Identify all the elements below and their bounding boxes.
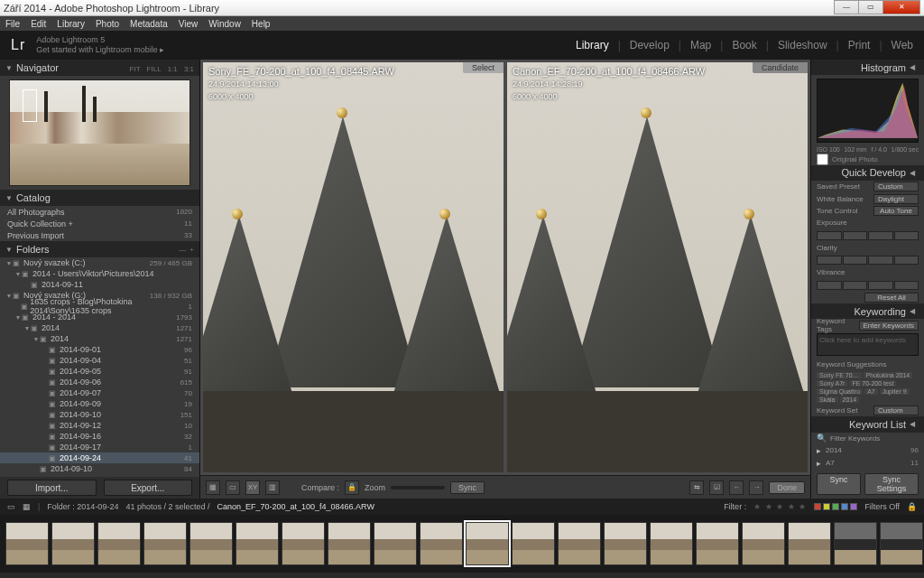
filmstrip[interactable] xyxy=(0,515,924,573)
filmstrip-thumb[interactable] xyxy=(742,522,785,565)
folder-item[interactable]: ▣1635 crops - Blog\Photokina 2014\Sony\1… xyxy=(0,301,199,312)
menu-file[interactable]: File xyxy=(5,19,20,29)
export-button[interactable]: Export... xyxy=(104,480,193,496)
nav-mode-FIT[interactable]: FIT xyxy=(130,65,141,73)
filmstrip-thumb[interactable] xyxy=(788,522,831,565)
exposure-buttons[interactable] xyxy=(811,229,924,242)
preset-select[interactable]: Custom xyxy=(873,182,919,191)
keyword-suggestion[interactable]: Jupiter 9 xyxy=(880,388,910,395)
filmstrip-thumb[interactable] xyxy=(558,522,601,565)
folder-item[interactable]: ▼▣Nový svazek (C:)259 / 465 GB xyxy=(0,257,199,268)
swap-icon[interactable]: ⇆ xyxy=(689,480,704,495)
filmstrip-thumb[interactable] xyxy=(880,522,923,565)
color-label[interactable] xyxy=(832,503,839,510)
filter-lock-icon[interactable]: 🔒 xyxy=(907,502,917,511)
folder-item[interactable]: ▣2014-09-171 xyxy=(0,442,199,452)
resetall-button[interactable]: Reset All xyxy=(864,293,919,303)
grid-view-icon[interactable]: ▦ xyxy=(206,480,220,495)
folder-item[interactable]: ▣2014-09-2441 xyxy=(0,452,199,463)
maximize-button[interactable]: ▭ xyxy=(858,0,883,14)
filmstrip-thumb[interactable] xyxy=(604,522,647,565)
select-image[interactable]: Select Sony_FE_70-200_at_100_f4_08445.AR… xyxy=(203,62,504,472)
keyword-suggestion[interactable]: Skála xyxy=(817,396,838,403)
candidate-image[interactable]: Candidate Canon_EF_70-200_at_100_f4_0846… xyxy=(507,62,808,472)
folder-item[interactable]: ▼▣20141271 xyxy=(0,322,199,333)
folder-item[interactable]: ▣2014-09-0591 xyxy=(0,366,199,377)
module-web[interactable]: Web xyxy=(892,39,913,51)
filmstrip-thumb[interactable] xyxy=(189,522,233,565)
histogram[interactable] xyxy=(817,79,919,143)
folders-minus-icon[interactable]: — xyxy=(179,246,186,254)
histogram-header[interactable]: Histogram◀ xyxy=(811,60,924,75)
keyword-tags-select[interactable]: Enter Keywords xyxy=(859,321,919,331)
keyword-suggestion[interactable]: 2014 xyxy=(840,396,860,403)
menu-photo[interactable]: Photo xyxy=(96,19,119,29)
menu-view[interactable]: View xyxy=(179,19,199,29)
module-book[interactable]: Book xyxy=(732,39,756,51)
keyword-list-item[interactable]: ▸A711 xyxy=(811,457,924,470)
folder-item[interactable]: ▣2014-09-0451 xyxy=(0,355,199,366)
done-button[interactable]: Done xyxy=(769,481,805,494)
filmstrip-thumb[interactable] xyxy=(512,522,555,565)
loupe-view-icon[interactable]: ▭ xyxy=(226,480,240,495)
filmstrip-thumb[interactable] xyxy=(282,522,325,565)
compare-view-icon[interactable]: XY xyxy=(245,480,260,495)
keyword-suggestion[interactable]: Sony FE 70… xyxy=(817,372,862,378)
color-label[interactable] xyxy=(841,503,848,510)
module-develop[interactable]: Develop xyxy=(630,39,670,51)
whitebalance-select[interactable]: Daylight xyxy=(873,194,919,204)
filters-off-button[interactable]: Filters Off xyxy=(864,502,900,511)
menu-help[interactable]: Help xyxy=(252,19,271,29)
filmstrip-thumb[interactable] xyxy=(5,522,49,565)
make-select-icon[interactable]: ☑ xyxy=(709,480,724,495)
keyword-suggestion[interactable]: Photokina 2014 xyxy=(864,372,913,378)
folder-item[interactable]: ▣2014-09-1084 xyxy=(0,463,199,474)
folder-item[interactable]: ▣2014-09-06615 xyxy=(0,377,199,387)
folder-item[interactable]: ▣2014-09-0196 xyxy=(0,344,199,355)
filmstrip-thumb[interactable] xyxy=(236,522,279,565)
menu-library[interactable]: Library xyxy=(57,19,85,29)
filmstrip-thumb[interactable] xyxy=(466,522,509,565)
secondary-display-icon[interactable]: ▭ xyxy=(7,502,15,511)
keywordlist-header[interactable]: Keyword List◀ xyxy=(811,416,924,432)
sync-button[interactable]: Sync xyxy=(817,473,861,495)
minimize-button[interactable]: — xyxy=(834,0,859,14)
original-photo-checkbox[interactable] xyxy=(817,154,828,165)
folders-header[interactable]: ▼ Folders — + xyxy=(0,241,199,257)
folder-item[interactable]: ▣2014-09-1210 xyxy=(0,420,199,431)
vibrance-buttons[interactable] xyxy=(811,279,924,292)
catalog-header[interactable]: ▼ Catalog xyxy=(0,190,199,206)
next-icon[interactable]: → xyxy=(749,480,763,495)
navigator-modes[interactable]: FIT FILL 1:1 3:1 xyxy=(126,62,194,73)
keyword-suggestion[interactable]: A7 xyxy=(864,388,878,395)
color-label-filter[interactable] xyxy=(814,503,857,510)
filter-keywords-input[interactable]: Filter Keywords xyxy=(830,434,919,443)
sync-zoom-button[interactable]: Sync xyxy=(450,481,485,494)
navigator-preview[interactable] xyxy=(9,79,190,186)
folder-item[interactable]: ▣2014-09-10151 xyxy=(0,409,199,420)
folder-item[interactable]: ▣2014-09-11 xyxy=(0,279,199,290)
close-button[interactable]: ✕ xyxy=(882,0,920,14)
filmstrip-thumb[interactable] xyxy=(696,522,739,565)
module-library[interactable]: Library xyxy=(576,39,609,51)
folder-item[interactable]: ▣2014-09-0919 xyxy=(0,398,199,409)
keyword-suggestion[interactable]: Sigma Quattro xyxy=(817,388,863,395)
nav-mode-3:1[interactable]: 3:1 xyxy=(184,65,194,73)
keyword-list-item[interactable]: ▸201496 xyxy=(811,444,924,457)
keyword-set-select[interactable]: Custom xyxy=(873,406,919,415)
filmstrip-thumb[interactable] xyxy=(143,522,187,565)
nav-mode-1:1[interactable]: 1:1 xyxy=(168,65,178,73)
keyword-suggestion[interactable]: FE 70-200 test xyxy=(849,380,896,387)
filmstrip-thumb[interactable] xyxy=(650,522,693,565)
autotone-button[interactable]: Auto Tone xyxy=(873,206,919,216)
menu-edit[interactable]: Edit xyxy=(31,19,46,29)
filmstrip-thumb[interactable] xyxy=(51,522,95,565)
filmstrip-thumb[interactable] xyxy=(328,522,371,565)
filmstrip-thumb[interactable] xyxy=(374,522,417,565)
keyword-input[interactable]: Click here to add keywords xyxy=(817,333,919,356)
filmstrip-thumb[interactable] xyxy=(420,522,463,565)
filmstrip-thumb[interactable] xyxy=(834,522,877,565)
filmstrip-thumb[interactable] xyxy=(97,522,141,565)
nav-mode-FILL[interactable]: FILL xyxy=(147,65,162,73)
color-label[interactable] xyxy=(850,503,857,510)
